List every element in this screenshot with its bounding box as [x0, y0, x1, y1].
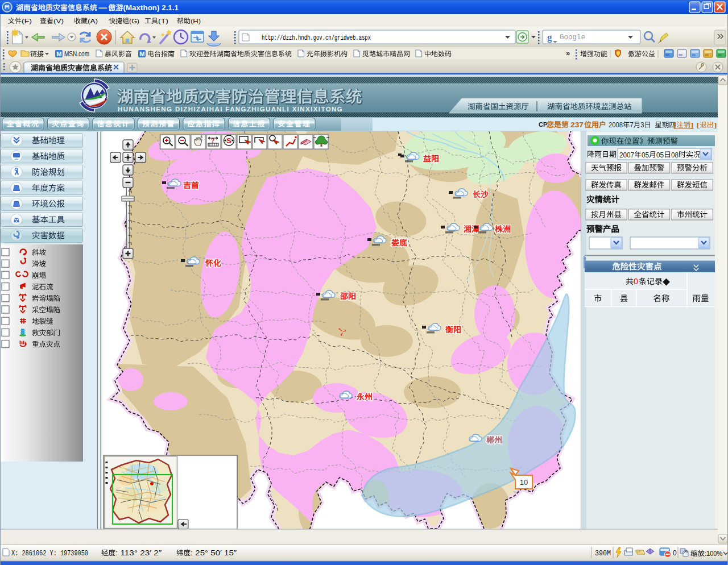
- svg-text:0: 0: [634, 277, 638, 286]
- svg-text:CP: CP: [539, 121, 547, 128]
- svg-text:: 25° 50′ 15″: : 25° 50′ 15″: [191, 549, 237, 557]
- svg-text:]: ]: [690, 121, 694, 129]
- svg-text:08: 08: [671, 151, 679, 159]
- svg-text:M: M: [56, 51, 61, 57]
- svg-text:(H): (H): [191, 18, 201, 24]
- svg-text:2007: 2007: [619, 151, 634, 159]
- svg-text:-: -: [97, 4, 109, 12]
- svg-text:M: M: [139, 51, 144, 57]
- svg-text:05: 05: [642, 151, 649, 159]
- svg-text:3: 3: [640, 121, 644, 129]
- svg-text:(G): (G): [129, 18, 139, 24]
- svg-text:g: g: [547, 32, 552, 43]
- svg-text:05: 05: [656, 151, 664, 159]
- svg-text:X: 2861062 Y: 19739050: X: 2861062 Y: 19739050: [11, 550, 88, 558]
- svg-text:390M: 390M: [595, 550, 611, 558]
- svg-text:(Maxthon) 2.1.1: (Maxthon) 2.1.1: [123, 4, 179, 12]
- svg-text:S: S: [226, 136, 231, 145]
- svg-text:(A): (A): [88, 18, 98, 24]
- svg-text:0: 0: [673, 549, 677, 557]
- svg-text::100%: :100%: [705, 550, 722, 558]
- svg-text:http://dzzh.hndh.gov.cn/gridwe: http://dzzh.hndh.gov.cn/gridweb.aspx: [262, 34, 371, 42]
- svg-text:?: ?: [211, 138, 214, 144]
- svg-text:7: 7: [630, 121, 634, 129]
- svg-text:(V): (V): [53, 18, 64, 24]
- svg-text:(F): (F): [22, 18, 32, 24]
- svg-text:10: 10: [520, 478, 528, 487]
- svg-text:»: »: [566, 49, 570, 57]
- svg-text:2008: 2008: [609, 121, 623, 129]
- svg-text:237: 237: [570, 121, 584, 129]
- svg-text:MSN.com: MSN.com: [64, 50, 89, 58]
- svg-text:Google: Google: [560, 34, 585, 41]
- svg-text:(T): (T): [158, 18, 168, 24]
- svg-text:: 113° 23′ 2″: : 113° 23′ 2″: [115, 549, 162, 557]
- svg-text:HUNANSHENG DIZHIZAIHAI FANGZHI: HUNANSHENG DIZHIZAIHAI FANGZHIGUANLI XIN…: [118, 106, 343, 113]
- svg-text:]: ]: [714, 121, 717, 129]
